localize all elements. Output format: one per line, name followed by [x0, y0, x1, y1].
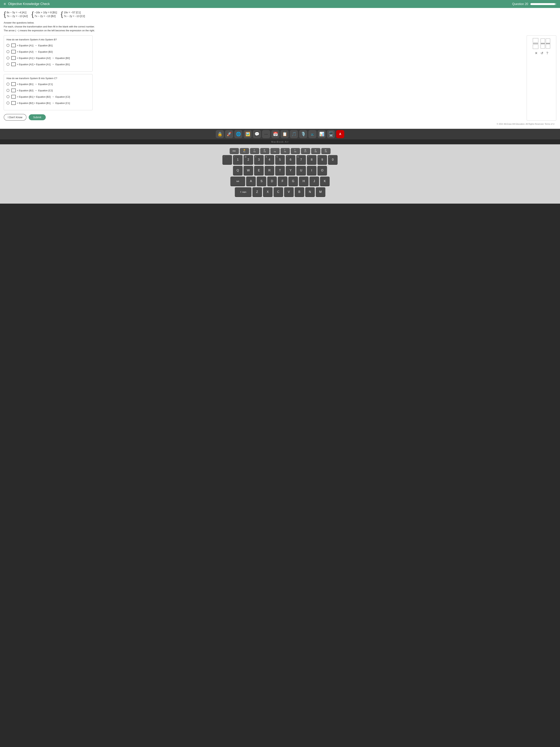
key-u[interactable]: U — [296, 166, 306, 176]
key-1[interactable]: ! 1 — [233, 155, 243, 165]
dock-item-app[interactable]: A — [336, 130, 344, 138]
frac2-top-right[interactable] — [546, 38, 550, 43]
dock-item-tv[interactable]: 📺 — [308, 130, 317, 138]
q1-blank4[interactable] — [11, 62, 16, 66]
undo-button[interactable]: ↺ — [540, 51, 543, 55]
key-c[interactable]: C — [273, 187, 283, 197]
dock-item-music[interactable]: 🎵 — [290, 130, 298, 138]
q1-radio4[interactable] — [6, 63, 9, 66]
key-q[interactable]: Q — [233, 166, 243, 176]
hamburger-icon[interactable]: ≡ — [4, 2, 6, 6]
progress-bar — [530, 3, 556, 5]
q2-option2[interactable]: × Equation [B2] → Equation [C2] — [6, 88, 90, 92]
q1-blank1[interactable] — [11, 44, 16, 47]
key-y[interactable]: Y — [286, 166, 295, 176]
q2-blank2[interactable] — [11, 88, 16, 92]
key-f8[interactable]: ⏯F8 — [311, 148, 320, 154]
system-a: { 8x − 5y = −4 [A1] 7x − 2y = −13 [A2] — [4, 11, 28, 18]
key-h[interactable]: H — [299, 177, 309, 186]
key-v[interactable]: V — [284, 187, 294, 197]
dock-item-more[interactable]: ··· — [262, 130, 270, 138]
key-e[interactable]: E — [254, 166, 264, 176]
key-esc[interactable]: esc — [230, 148, 239, 154]
key-f6[interactable]: ⠿F6 — [291, 148, 300, 154]
q2-radio1[interactable] — [6, 83, 9, 85]
q1-radio2[interactable] — [6, 50, 9, 53]
dock-item-photos[interactable]: 🖼️ — [243, 130, 252, 138]
key-o[interactable]: O — [317, 166, 327, 176]
q2-radio2[interactable] — [6, 89, 9, 92]
fraction-denominator[interactable] — [533, 45, 538, 49]
key-2[interactable]: @ 2 — [243, 155, 253, 165]
key-9[interactable]: ( 9 — [317, 155, 327, 165]
key-x[interactable]: X — [263, 187, 273, 197]
q2-option4[interactable]: × Equation [B2] + Equation [B1] → Equati… — [6, 101, 90, 105]
dock-item-safari[interactable]: 🌐 — [234, 130, 242, 138]
key-6[interactable]: ^ 6 — [286, 155, 295, 165]
key-j[interactable]: J — [310, 177, 319, 186]
q1-radio1[interactable] — [6, 44, 9, 47]
q2-blank1[interactable] — [11, 82, 16, 86]
frac2-top-left[interactable] — [540, 38, 545, 43]
key-capslock[interactable]: ⇪ caps — [235, 187, 251, 197]
q1-option3[interactable]: × Equation [A1] + Equation [A2] → Equati… — [6, 56, 90, 60]
key-4[interactable]: $ 4 — [265, 155, 274, 165]
key-f5[interactable]: ⠿F5 — [281, 148, 290, 154]
key-i[interactable]: I — [307, 166, 317, 176]
key-tab[interactable]: tab — [230, 177, 245, 186]
key-f3[interactable]: ⊞F3 — [260, 148, 269, 154]
key-k[interactable]: K — [320, 177, 330, 186]
q2-option1[interactable]: × Equation [B1] → Equation [C1] — [6, 82, 90, 86]
key-f[interactable]: F — [278, 177, 287, 186]
key-f1[interactable]: ☀️F1 — [240, 148, 249, 154]
q1-option2[interactable]: × Equation [A2] → Equation [B2] — [6, 50, 90, 54]
key-z[interactable]: Z — [252, 187, 262, 197]
dock-item-notes[interactable]: 📋 — [281, 130, 289, 138]
key-m[interactable]: M — [316, 187, 325, 197]
q1-option1[interactable]: × Equation [A1] → Equation [B1] — [6, 44, 90, 47]
clear-button[interactable]: ✕ — [535, 51, 538, 55]
key-0[interactable]: ) 0 — [328, 155, 338, 165]
q2-radio4[interactable] — [6, 102, 9, 104]
key-tilde[interactable]: ~ ` — [222, 155, 232, 165]
q1-blank2[interactable] — [11, 50, 16, 54]
dock-item-podcast[interactable]: 🎙️ — [299, 130, 307, 138]
key-t[interactable]: T — [275, 166, 285, 176]
key-3[interactable]: # 3 — [254, 155, 264, 165]
key-r[interactable]: R — [265, 166, 274, 176]
dock-item-calendar[interactable]: 📅 — [271, 130, 279, 138]
key-f2[interactable]: ☀F2 — [250, 148, 259, 154]
dock-item-stocks[interactable]: 📊 — [318, 130, 326, 138]
key-f7[interactable]: ⏮F7 — [301, 148, 310, 154]
dont-know-button[interactable]: I Don't Know — [4, 114, 26, 121]
key-7[interactable]: & 7 — [296, 155, 306, 165]
key-b[interactable]: B — [295, 187, 304, 197]
q2-blank3[interactable] — [11, 95, 16, 99]
key-d[interactable]: D — [267, 177, 277, 186]
key-f9[interactable]: ⏭F9 — [321, 148, 330, 154]
frac2-bot-right[interactable] — [546, 44, 550, 49]
q1-blank3[interactable] — [11, 56, 16, 60]
questions-column: How do we transform System A into System… — [4, 35, 524, 121]
submit-button[interactable]: Submit — [29, 114, 46, 120]
key-g[interactable]: G — [288, 177, 298, 186]
key-s[interactable]: S — [257, 177, 266, 186]
q1-radio3[interactable] — [6, 56, 9, 59]
dock-item-messages[interactable]: 💬 — [253, 130, 261, 138]
dock-item-finder[interactable]: 🖥️ — [327, 130, 335, 138]
q2-blank4[interactable] — [11, 101, 16, 105]
key-8[interactable]: * 8 — [307, 155, 317, 165]
key-w[interactable]: W — [243, 166, 253, 176]
key-n[interactable]: N — [305, 187, 315, 197]
key-5[interactable]: % 5 — [275, 155, 285, 165]
key-f4[interactable]: ⋯F4 — [270, 148, 279, 154]
q2-radio3[interactable] — [6, 95, 9, 98]
dock-item-rocket[interactable]: 🚀 — [225, 130, 233, 138]
dock-item-lock[interactable]: 🔒 — [216, 130, 224, 138]
q2-option3[interactable]: × Equation [B1] + Equation [B2] → Equati… — [6, 95, 90, 99]
frac2-bot-left[interactable] — [540, 44, 545, 49]
q1-option4[interactable]: × Equation [A2] + Equation [A1] → Equati… — [6, 62, 90, 66]
key-a[interactable]: A — [246, 177, 256, 186]
help-button[interactable]: ? — [546, 51, 548, 55]
fraction-numerator[interactable] — [533, 38, 538, 43]
